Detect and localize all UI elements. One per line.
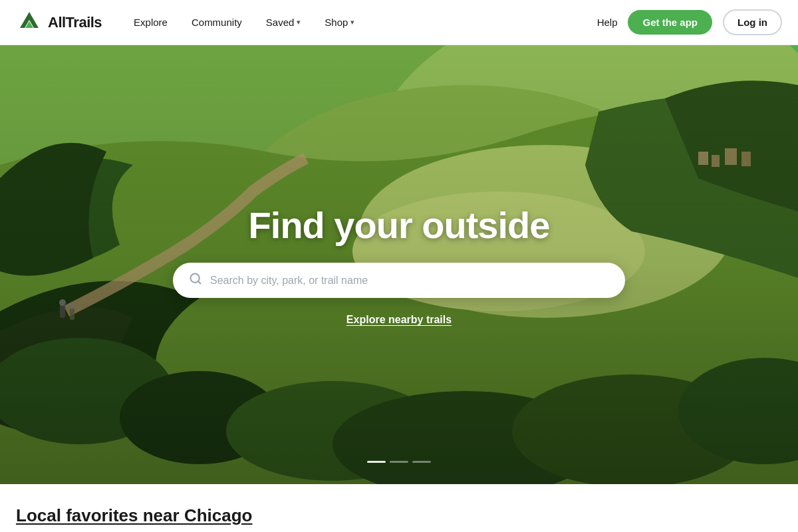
nav-shop-label: Shop	[325, 17, 348, 28]
get-app-button[interactable]: Get the app	[628, 10, 712, 35]
shop-chevron-icon: ▾	[350, 18, 354, 27]
local-favorites-prefix: Local favorites near	[16, 505, 184, 525]
search-icon	[189, 272, 202, 289]
login-button[interactable]: Log in	[723, 9, 782, 35]
navbar-right: Help Get the app Log in	[597, 9, 782, 35]
scroll-dot-3	[412, 461, 431, 463]
nav-saved-label: Saved	[266, 17, 295, 28]
logo-link[interactable]: AllTrails	[16, 9, 102, 36]
svg-line-21	[198, 281, 201, 284]
scroll-dot-1	[367, 461, 386, 463]
nav-explore[interactable]: Explore	[123, 11, 178, 33]
scroll-indicator	[367, 461, 431, 463]
main-nav: Explore Community Saved ▾ Shop ▾	[123, 11, 597, 33]
nav-community-label: Community	[192, 17, 242, 28]
nav-explore-label: Explore	[134, 17, 168, 28]
scroll-dot-2	[390, 461, 408, 463]
hero-content: Find your outside Explore nearby trails	[0, 45, 798, 484]
search-bar	[173, 263, 625, 298]
hero-title: Find your outside	[249, 203, 550, 247]
local-favorites-city: Chicago	[184, 505, 253, 525]
logo-text: AllTrails	[48, 14, 102, 31]
saved-chevron-icon: ▾	[297, 18, 301, 27]
explore-nearby-link[interactable]: Explore nearby trails	[346, 314, 452, 326]
local-favorites-title: Local favorites near Chicago	[16, 505, 782, 526]
nav-community[interactable]: Community	[181, 11, 253, 33]
hero-section: Find your outside Explore nearby trails	[0, 45, 798, 484]
alltrails-logo-icon	[16, 9, 43, 36]
nav-saved[interactable]: Saved ▾	[255, 11, 312, 33]
local-favorites-section: Local favorites near Chicago	[0, 484, 798, 532]
help-link[interactable]: Help	[597, 17, 618, 28]
nav-shop[interactable]: Shop ▾	[314, 11, 365, 33]
navbar: AllTrails Explore Community Saved ▾ Shop…	[0, 0, 798, 45]
search-input[interactable]	[210, 275, 609, 287]
